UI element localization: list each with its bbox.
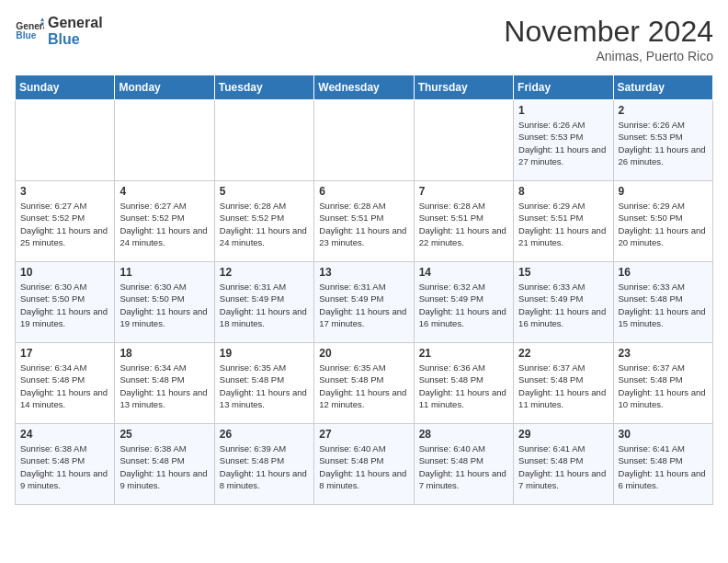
day-header-tuesday: Tuesday <box>214 75 313 100</box>
calendar-cell: 24Sunrise: 6:38 AM Sunset: 5:48 PM Dayli… <box>16 424 115 505</box>
calendar-cell: 25Sunrise: 6:38 AM Sunset: 5:48 PM Dayli… <box>115 424 214 505</box>
calendar-week-2: 3Sunrise: 6:27 AM Sunset: 5:52 PM Daylig… <box>16 181 713 262</box>
day-info: Sunrise: 6:27 AM Sunset: 5:52 PM Dayligh… <box>119 200 209 248</box>
calendar-cell: 20Sunrise: 6:35 AM Sunset: 5:48 PM Dayli… <box>314 343 414 424</box>
day-info: Sunrise: 6:27 AM Sunset: 5:52 PM Dayligh… <box>20 200 109 248</box>
day-number: 26 <box>220 428 309 441</box>
day-number: 1 <box>518 104 608 117</box>
day-number: 10 <box>20 266 109 279</box>
day-info: Sunrise: 6:35 AM Sunset: 5:48 PM Dayligh… <box>319 362 408 410</box>
calendar-cell: 9Sunrise: 6:29 AM Sunset: 5:50 PM Daylig… <box>613 181 712 262</box>
day-header-friday: Friday <box>514 75 613 100</box>
day-info: Sunrise: 6:36 AM Sunset: 5:48 PM Dayligh… <box>419 362 508 410</box>
day-info: Sunrise: 6:32 AM Sunset: 5:49 PM Dayligh… <box>419 281 508 329</box>
day-info: Sunrise: 6:31 AM Sunset: 5:49 PM Dayligh… <box>319 281 408 329</box>
day-number: 23 <box>619 347 708 360</box>
day-number: 5 <box>220 185 309 198</box>
calendar-cell: 17Sunrise: 6:34 AM Sunset: 5:48 PM Dayli… <box>16 343 115 424</box>
day-info: Sunrise: 6:28 AM Sunset: 5:51 PM Dayligh… <box>319 200 408 248</box>
day-number: 9 <box>619 185 708 198</box>
day-info: Sunrise: 6:30 AM Sunset: 5:50 PM Dayligh… <box>20 281 109 329</box>
logo-blue: Blue <box>48 31 103 48</box>
page-header: General Blue General Blue November 2024 … <box>15 15 713 63</box>
day-info: Sunrise: 6:37 AM Sunset: 5:48 PM Dayligh… <box>518 362 608 410</box>
day-info: Sunrise: 6:26 AM Sunset: 5:53 PM Dayligh… <box>619 119 708 167</box>
calendar-cell: 19Sunrise: 6:35 AM Sunset: 5:48 PM Dayli… <box>214 343 313 424</box>
day-header-sunday: Sunday <box>16 75 115 100</box>
calendar-cell: 21Sunrise: 6:36 AM Sunset: 5:48 PM Dayli… <box>414 343 513 424</box>
day-number: 25 <box>119 428 209 441</box>
day-number: 14 <box>419 266 508 279</box>
day-number: 17 <box>20 347 109 360</box>
calendar-week-1: 1Sunrise: 6:26 AM Sunset: 5:53 PM Daylig… <box>16 100 713 181</box>
calendar-cell: 4Sunrise: 6:27 AM Sunset: 5:52 PM Daylig… <box>115 181 214 262</box>
calendar-cell: 2Sunrise: 6:26 AM Sunset: 5:53 PM Daylig… <box>613 100 712 181</box>
day-number: 24 <box>20 428 109 441</box>
day-number: 11 <box>119 266 209 279</box>
day-info: Sunrise: 6:29 AM Sunset: 5:51 PM Dayligh… <box>518 200 608 248</box>
day-number: 21 <box>419 347 508 360</box>
day-number: 4 <box>119 185 209 198</box>
day-info: Sunrise: 6:41 AM Sunset: 5:48 PM Dayligh… <box>518 442 608 491</box>
calendar-cell <box>115 100 214 181</box>
calendar-cell: 22Sunrise: 6:37 AM Sunset: 5:48 PM Dayli… <box>514 343 613 424</box>
title-area: November 2024 Animas, Puerto Rico <box>504 15 713 63</box>
day-info: Sunrise: 6:40 AM Sunset: 5:48 PM Dayligh… <box>419 442 508 491</box>
svg-text:General: General <box>16 21 44 31</box>
day-number: 6 <box>319 185 408 198</box>
calendar-cell <box>314 100 414 181</box>
day-number: 13 <box>319 266 408 279</box>
day-number: 8 <box>518 185 608 198</box>
svg-text:Blue: Blue <box>16 30 36 40</box>
day-info: Sunrise: 6:31 AM Sunset: 5:49 PM Dayligh… <box>220 281 309 329</box>
calendar-cell <box>16 100 115 181</box>
calendar-cell: 12Sunrise: 6:31 AM Sunset: 5:49 PM Dayli… <box>214 262 313 343</box>
calendar-cell: 16Sunrise: 6:33 AM Sunset: 5:48 PM Dayli… <box>613 262 712 343</box>
day-info: Sunrise: 6:37 AM Sunset: 5:48 PM Dayligh… <box>619 362 708 410</box>
calendar-cell: 6Sunrise: 6:28 AM Sunset: 5:51 PM Daylig… <box>314 181 414 262</box>
logo: General Blue General Blue <box>15 15 103 47</box>
calendar-cell <box>414 100 513 181</box>
day-number: 28 <box>419 428 508 441</box>
month-title: November 2024 <box>504 15 713 49</box>
day-number: 20 <box>319 347 408 360</box>
day-header-saturday: Saturday <box>613 75 712 100</box>
calendar-cell: 30Sunrise: 6:41 AM Sunset: 5:48 PM Dayli… <box>613 424 712 505</box>
calendar-table: SundayMondayTuesdayWednesdayThursdayFrid… <box>15 75 713 505</box>
day-info: Sunrise: 6:29 AM Sunset: 5:50 PM Dayligh… <box>619 200 708 248</box>
day-number: 19 <box>220 347 309 360</box>
day-info: Sunrise: 6:30 AM Sunset: 5:50 PM Dayligh… <box>119 281 209 329</box>
calendar-cell <box>214 100 313 181</box>
day-info: Sunrise: 6:28 AM Sunset: 5:51 PM Dayligh… <box>419 200 508 248</box>
day-info: Sunrise: 6:39 AM Sunset: 5:48 PM Dayligh… <box>220 442 309 491</box>
location-subtitle: Animas, Puerto Rico <box>504 49 713 63</box>
day-header-thursday: Thursday <box>414 75 513 100</box>
logo-icon: General Blue <box>15 17 44 46</box>
day-number: 27 <box>319 428 408 441</box>
day-number: 22 <box>518 347 608 360</box>
calendar-cell: 11Sunrise: 6:30 AM Sunset: 5:50 PM Dayli… <box>115 262 214 343</box>
calendar-week-4: 17Sunrise: 6:34 AM Sunset: 5:48 PM Dayli… <box>16 343 713 424</box>
day-header-monday: Monday <box>115 75 214 100</box>
calendar-cell: 14Sunrise: 6:32 AM Sunset: 5:49 PM Dayli… <box>414 262 513 343</box>
calendar-cell: 26Sunrise: 6:39 AM Sunset: 5:48 PM Dayli… <box>214 424 313 505</box>
calendar-cell: 29Sunrise: 6:41 AM Sunset: 5:48 PM Dayli… <box>514 424 613 505</box>
day-number: 12 <box>220 266 309 279</box>
day-number: 3 <box>20 185 109 198</box>
day-number: 29 <box>518 428 608 441</box>
calendar-week-5: 24Sunrise: 6:38 AM Sunset: 5:48 PM Dayli… <box>16 424 713 505</box>
day-info: Sunrise: 6:40 AM Sunset: 5:48 PM Dayligh… <box>319 442 408 491</box>
calendar-header-row: SundayMondayTuesdayWednesdayThursdayFrid… <box>16 75 713 100</box>
day-number: 15 <box>518 266 608 279</box>
day-info: Sunrise: 6:35 AM Sunset: 5:48 PM Dayligh… <box>220 362 309 410</box>
calendar-cell: 3Sunrise: 6:27 AM Sunset: 5:52 PM Daylig… <box>16 181 115 262</box>
day-info: Sunrise: 6:38 AM Sunset: 5:48 PM Dayligh… <box>119 442 209 491</box>
day-info: Sunrise: 6:38 AM Sunset: 5:48 PM Dayligh… <box>20 442 109 491</box>
day-header-wednesday: Wednesday <box>314 75 414 100</box>
day-info: Sunrise: 6:34 AM Sunset: 5:48 PM Dayligh… <box>119 362 209 410</box>
calendar-cell: 5Sunrise: 6:28 AM Sunset: 5:52 PM Daylig… <box>214 181 313 262</box>
day-info: Sunrise: 6:28 AM Sunset: 5:52 PM Dayligh… <box>220 200 309 248</box>
calendar-cell: 15Sunrise: 6:33 AM Sunset: 5:49 PM Dayli… <box>514 262 613 343</box>
day-info: Sunrise: 6:26 AM Sunset: 5:53 PM Dayligh… <box>518 119 608 167</box>
logo-general: General <box>48 15 103 31</box>
